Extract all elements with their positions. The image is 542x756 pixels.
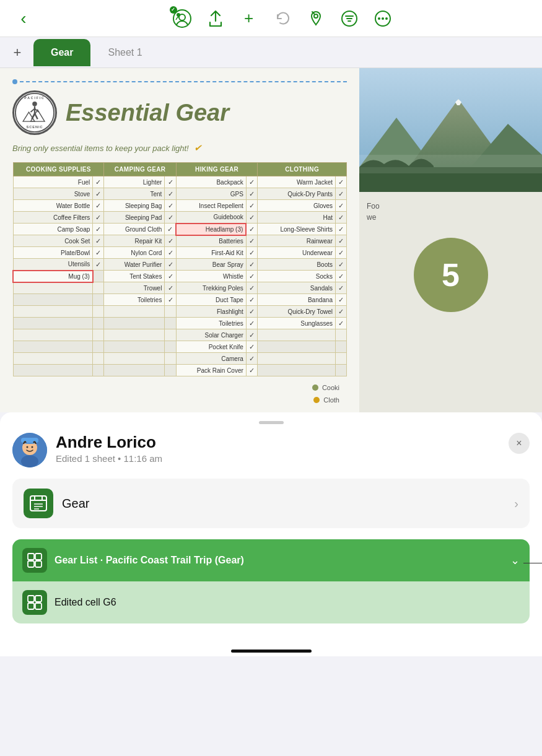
tabs-bar: + Gear Sheet 1 [0,37,542,68]
table-row: Pocket Knife✓ [13,341,347,353]
table-row: Flashlight✓ Quick-Dry Towel✓ [13,306,347,318]
table-row: Coffee Filters✓ Sleeping Pad✓ Guidebook✓… [13,212,347,224]
svg-rect-40 [28,561,34,567]
table-row: Fuel✓ Lighter✓ Backpack✓ Warm Jacket✓ [13,176,347,188]
sidebar-number-circle: 5 [414,238,488,312]
toolbar: ‹ ✓ + [0,0,542,37]
blue-dot-line [12,79,347,84]
change-card-icon [22,548,47,573]
blue-dot [12,79,17,84]
svg-rect-43 [35,596,42,602]
filter-icon[interactable] [338,7,361,30]
user-info: Andre Lorico Edited 1 sheet • 11:16 am [56,433,500,464]
drag-handle[interactable] [259,421,284,424]
subtitle-row: Bring only essential items to keep your … [12,142,347,154]
svg-text:SCENIC: SCENIC [27,125,43,129]
svg-point-2 [177,13,180,17]
svg-point-11 [385,17,388,20]
edited-cell-label: Edited cell G6 [55,597,116,608]
legend-item-cooking: Cooki [312,384,339,391]
user-meta: Edited 1 sheet • 11:16 am [56,453,500,464]
table-row: Camera✓ [13,353,347,365]
bottom-panel: Andre Lorico Edited 1 sheet • 11:16 am ×… [0,412,542,643]
right-sidebar: Foo we 5 [359,68,542,412]
tab-gear[interactable]: Gear [33,39,90,66]
sidebar-image [359,68,542,192]
add-icon[interactable]: + [238,7,260,30]
table-row: Pack Rain Cover✓ [13,365,347,376]
chevron-right-icon: › [514,497,518,511]
table-row: Camp Soap✓ Ground Cloth✓ Headlamp (3)✓ L… [13,224,347,235]
table-row: Toiletries✓ Sunglasses✓ [13,318,347,329]
legend: Cooki Cloth [12,381,347,406]
svg-point-29 [32,446,33,448]
share-icon[interactable] [204,7,227,30]
svg-rect-39 [35,554,42,560]
edited-cell-icon [22,590,47,615]
annotation-line [523,563,542,563]
svg-point-9 [378,17,380,20]
add-tab-button[interactable]: + [6,41,28,64]
doc-header: SCENIC PACIFIC Essential Gear [12,90,347,135]
home-bar [231,650,312,653]
logo: SCENIC PACIFIC [12,90,57,135]
tab-sheet1[interactable]: Sheet 1 [90,39,159,66]
change-card: Gear List · Pacific Coast Trail Trip (Ge… [12,539,530,623]
svg-point-30 [21,455,38,467]
highlighted-cell[interactable]: Headlamp (3) [176,224,246,235]
pin-icon[interactable] [305,7,327,30]
svg-rect-23 [359,155,542,173]
main-content: SCENIC PACIFIC Essential Gear Bring only… [0,68,542,412]
table-row: Trowel✓ Trekking Poles✓ Sandals✓ [13,282,347,294]
svg-rect-27 [21,438,38,443]
table-row: Utensils✓ Water Purifier✓ Bear Spray✓ Bo… [13,259,347,271]
doc-title: Essential Gear [66,100,229,126]
change-card-container: Gear List · Pacific Coast Trail Trip (Ge… [12,539,530,623]
collaborate-icon[interactable]: ✓ [171,7,193,30]
svg-rect-38 [28,554,34,560]
sidebar-text: Foo we [359,192,542,232]
svg-text:PACIFIC: PACIFIC [24,96,45,100]
svg-rect-41 [35,561,42,567]
svg-rect-42 [28,596,34,602]
gear-link-card[interactable]: Gear › [12,479,530,528]
legend-item-clothing: Cloth [313,396,339,404]
outlined-cell[interactable]: Mug (3) [13,271,93,282]
avatar [12,433,47,467]
table-row: Stove✓ Tent✓ GPS✓ Quick-Dry Pants✓ [13,188,347,200]
col-header-cooking: COOKING SUPPLIES [13,163,104,176]
gear-table: COOKING SUPPLIES CAMPING GEAR HIKING GEA… [12,162,347,376]
dashed-line [20,81,347,82]
close-user-card-button[interactable]: × [509,433,530,454]
change-card-title: Gear List · Pacific Coast Trail Trip (Ge… [55,555,503,566]
svg-point-13 [32,102,37,106]
legend-dot-cooking [312,385,318,391]
table-row: Cook Set✓ Repair Kit✓ Batteries✓ Rainwea… [13,235,347,247]
gear-link-label: Gear [62,497,505,511]
undo-icon[interactable] [271,7,294,30]
user-name: Andre Lorico [56,433,500,452]
checkmark-icon: ✔ [194,142,202,154]
svg-point-28 [27,446,28,448]
home-indicator [0,643,542,656]
back-button[interactable]: ‹ [12,7,35,30]
table-row: Solar Charger✓ [13,329,347,341]
more-icon[interactable] [372,7,394,30]
svg-point-3 [314,14,318,18]
spreadsheet-area: SCENIC PACIFIC Essential Gear Bring only… [0,68,359,412]
table-row: Toiletries✓ Duct Tape✓ Bandana✓ [13,294,347,306]
svg-rect-44 [28,603,34,609]
change-card-header[interactable]: Gear List · Pacific Coast Trail Trip (Ge… [12,539,530,581]
col-header-clothing: CLOTHING [258,163,347,176]
table-row: Mug (3) Tent Stakes✓ Whistle✓ Socks✓ [13,271,347,282]
svg-rect-45 [35,603,42,609]
col-header-camping: CAMPING GEAR [104,163,177,176]
change-card-body: Edited cell G6 [12,581,530,623]
annotation: Tap here to highlight changes. [523,549,542,577]
table-row: Water Bottle✓ Sleeping Bag✓ Insect Repel… [13,200,347,212]
user-card: Andre Lorico Edited 1 sheet • 11:16 am × [12,433,530,467]
svg-point-10 [382,17,384,20]
table-row: Plate/Bowl✓ Nylon Cord✓ First-Aid Kit✓ U… [13,247,347,259]
chevron-down-icon: ⌄ [510,554,520,567]
col-header-hiking: HIKING GEAR [176,163,257,176]
